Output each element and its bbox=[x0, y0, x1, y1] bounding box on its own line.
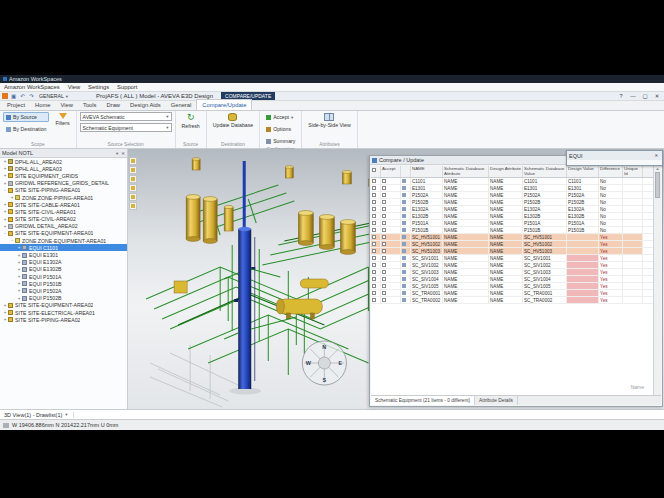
view-tab-3d[interactable]: 3D View(1) - Drawlist(1) ▾ bbox=[4, 412, 74, 418]
grid-column-header[interactable] bbox=[401, 166, 411, 177]
scrollbar-thumb[interactable] bbox=[655, 172, 660, 198]
tree-item[interactable]: -ZONE ZONE-EQUIPMENT-AREA01 bbox=[0, 237, 127, 244]
accept-cell[interactable] bbox=[381, 276, 401, 282]
tree-item[interactable]: +EQUI P1502A bbox=[0, 287, 127, 294]
quick-access-label[interactable]: GENERAL bbox=[39, 93, 64, 99]
grid-row[interactable]: SC_SIV1001NAMENAMESC_SIV1001Yes bbox=[371, 255, 653, 262]
element-type-select[interactable]: Schematic Equipment ▾ bbox=[80, 123, 172, 132]
grid-row[interactable]: E1302BNAMENAMEE1302BE1302BNo bbox=[371, 213, 653, 220]
tree-item[interactable]: +EQUI P1501A bbox=[0, 273, 127, 280]
tree-item[interactable]: +EQUI C1101 bbox=[0, 244, 127, 251]
equi-window-titlebar[interactable]: EQUI ✕ bbox=[567, 151, 662, 160]
ribbon-tab-view[interactable]: View bbox=[56, 100, 78, 110]
row-select-checkbox[interactable] bbox=[372, 291, 376, 295]
grid-row[interactable]: SC_HV51002NAMENAMESC_HV51002Yes bbox=[371, 241, 653, 248]
close-icon[interactable]: ✕ bbox=[121, 151, 125, 156]
grid-row[interactable]: P1502BNAMENAMEP1502BP1502BNo bbox=[371, 199, 653, 206]
row-select-cell[interactable] bbox=[371, 220, 381, 226]
grid-scrollbar[interactable]: ▲ bbox=[653, 166, 661, 395]
close-icon[interactable]: ✕ bbox=[653, 153, 660, 158]
chevron-down-icon[interactable]: ▾ bbox=[66, 94, 68, 99]
grid-column-header[interactable]: Accept bbox=[381, 166, 401, 177]
row-select-cell[interactable] bbox=[371, 276, 381, 282]
grid-column-header[interactable]: Schematic Database Attribute bbox=[443, 166, 489, 177]
accept-checkbox[interactable] bbox=[382, 228, 386, 232]
row-select-checkbox[interactable] bbox=[372, 298, 376, 302]
accept-checkbox[interactable] bbox=[382, 249, 386, 253]
accept-checkbox[interactable] bbox=[382, 235, 386, 239]
row-select-checkbox[interactable] bbox=[372, 228, 376, 232]
menu-item-view[interactable]: View bbox=[68, 84, 80, 90]
row-select-checkbox[interactable] bbox=[372, 200, 376, 204]
accept-checkbox[interactable] bbox=[382, 242, 386, 246]
maximize-button[interactable]: ▢ bbox=[640, 93, 650, 99]
grid-row[interactable]: P1501BNAMENAMEP1501BP1501BNo bbox=[371, 227, 653, 234]
ribbon-tab-compare-update[interactable]: Compare/Update bbox=[196, 99, 252, 110]
schematic-database-select[interactable]: AVEVA Schematic ▾ bbox=[80, 112, 172, 121]
grid-row[interactable]: SC_SIV1004NAMENAMESC_SIV1004Yes bbox=[371, 276, 653, 283]
accept-checkbox[interactable] bbox=[382, 186, 386, 190]
grid-row[interactable]: SC_TRA0002NAMENAMESC_TRA0002Yes bbox=[371, 297, 653, 304]
row-select-cell[interactable] bbox=[371, 213, 381, 219]
accept-checkbox[interactable] bbox=[382, 263, 386, 267]
redo-icon[interactable]: ↷ bbox=[28, 93, 35, 100]
grid-row[interactable]: SC_SIV1005NAMENAMESC_SIV1005Yes bbox=[371, 283, 653, 290]
grid-row[interactable]: SC_HV51001NAMENAMESC_HV51001Yes bbox=[371, 234, 653, 241]
grid-row[interactable]: SC_TRA0001NAMENAMESC_TRA0001Yes bbox=[371, 290, 653, 297]
summary-button[interactable]: Summary bbox=[263, 136, 298, 146]
row-select-cell[interactable] bbox=[371, 185, 381, 191]
menu-item-amazon-workspaces[interactable]: Amazon WorkSpaces bbox=[4, 84, 60, 90]
viewport-tool-button[interactable] bbox=[129, 175, 137, 183]
accept-checkbox[interactable] bbox=[382, 179, 386, 183]
tree-item[interactable]: +EQUI E1302A bbox=[0, 259, 127, 266]
row-select-checkbox[interactable] bbox=[372, 284, 376, 288]
row-select-cell[interactable] bbox=[371, 234, 381, 240]
accept-checkbox[interactable] bbox=[382, 270, 386, 274]
grid-column-header[interactable]: Difference bbox=[599, 166, 623, 177]
row-select-checkbox[interactable] bbox=[372, 214, 376, 218]
accept-cell[interactable] bbox=[381, 297, 401, 303]
by-destination-button[interactable]: By Destination bbox=[3, 124, 49, 134]
grid-row[interactable]: E1301NAMENAMEE1301E1301No bbox=[371, 185, 653, 192]
accept-cell[interactable] bbox=[381, 269, 401, 275]
scroll-up-icon[interactable]: ▲ bbox=[656, 166, 660, 171]
row-select-checkbox[interactable] bbox=[372, 186, 376, 190]
accept-cell[interactable] bbox=[381, 262, 401, 268]
tree-item[interactable]: +EQUI P1502B bbox=[0, 295, 127, 302]
row-select-checkbox[interactable] bbox=[372, 221, 376, 225]
menu-item-settings[interactable]: Settings bbox=[88, 84, 109, 90]
tree-item[interactable]: +SITE EQUIPMENT_GRIDS bbox=[0, 172, 127, 179]
minimize-button[interactable]: — bbox=[628, 93, 638, 99]
row-select-checkbox[interactable] bbox=[372, 235, 376, 239]
pin-icon[interactable]: ▾ bbox=[116, 151, 118, 156]
accept-cell[interactable] bbox=[381, 227, 401, 233]
accept-checkbox[interactable] bbox=[382, 193, 386, 197]
row-select-cell[interactable] bbox=[371, 269, 381, 275]
tree-item[interactable]: +GRIDWL DETAIL_AREA02 bbox=[0, 223, 127, 230]
accept-cell[interactable] bbox=[381, 290, 401, 296]
ribbon-tab-general[interactable]: General bbox=[166, 100, 197, 110]
tree-item[interactable]: +EQUI E1302B bbox=[0, 266, 127, 273]
accept-button[interactable]: Accept ▾ bbox=[263, 112, 296, 122]
accept-cell[interactable] bbox=[381, 248, 401, 254]
grid-row[interactable]: C1101NAMENAMEC1101C1101No bbox=[371, 178, 653, 185]
row-select-cell[interactable] bbox=[371, 283, 381, 289]
grid-column-header[interactable]: Schematic Database Value bbox=[523, 166, 567, 177]
accept-checkbox[interactable] bbox=[382, 207, 386, 211]
viewport-tool-button[interactable] bbox=[129, 193, 137, 201]
row-select-checkbox[interactable] bbox=[372, 249, 376, 253]
row-select-checkbox[interactable] bbox=[372, 207, 376, 211]
row-select-cell[interactable] bbox=[371, 227, 381, 233]
grid-column-header[interactable]: Design Attribute bbox=[489, 166, 523, 177]
tree-item[interactable]: +SITE SITE-ELECTRICAL-AREA01 bbox=[0, 309, 127, 316]
grid-column-header[interactable]: NAME bbox=[411, 166, 443, 177]
row-select-cell[interactable] bbox=[371, 297, 381, 303]
viewport-tool-button[interactable] bbox=[129, 202, 137, 210]
accept-checkbox[interactable] bbox=[382, 298, 386, 302]
grid-column-header[interactable]: Design Value bbox=[567, 166, 599, 177]
accept-checkbox[interactable] bbox=[382, 221, 386, 225]
help-button[interactable]: ? bbox=[616, 93, 626, 99]
tree-item[interactable]: +SITE SITE-CIVIL-AREA01 bbox=[0, 208, 127, 215]
select-all-checkbox[interactable] bbox=[372, 168, 376, 172]
accept-cell[interactable] bbox=[381, 255, 401, 261]
